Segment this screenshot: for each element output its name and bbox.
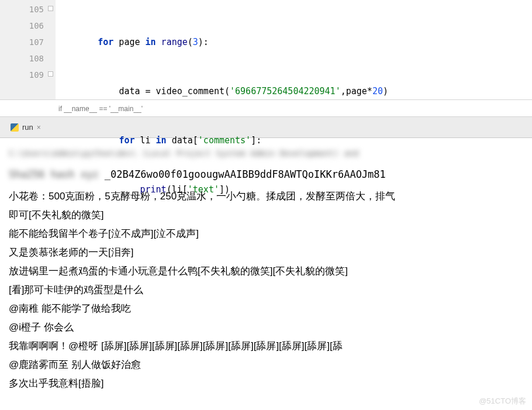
- line-number: 107: [0, 34, 44, 50]
- line-number-gutter: 105 106 107 108 109: [0, 0, 56, 99]
- console-line: @i橙子 你会么: [9, 318, 523, 337]
- console-line: @南稚 能不能学了做给我吃: [9, 299, 523, 318]
- console-line: [看]那可卡哇伊的鸡蛋型是什么: [9, 281, 523, 299]
- line-number: 106: [0, 18, 44, 34]
- console-line: @鹿踏雾而至 别人做饭好治愈: [9, 356, 523, 374]
- fold-marker-icon[interactable]: [48, 6, 53, 11]
- code-editor[interactable]: 105 106 107 108 109 for page in range(3)…: [0, 0, 532, 99]
- tab-label: run: [22, 123, 33, 132]
- python-icon: [11, 123, 19, 132]
- code-line[interactable]: data = video_comment('696677526450422094…: [56, 83, 532, 99]
- code-content[interactable]: for page in range(3): data = video_comme…: [56, 0, 532, 99]
- breadcrumb-text: if __name__ == '__main__': [58, 105, 143, 113]
- line-number: 108: [0, 50, 44, 67]
- console-line-blurred: C:\Users\Admin\python\dev\ (Local Projec…: [9, 144, 523, 163]
- tab-run[interactable]: run ×: [5, 120, 47, 134]
- console-line: 我靠啊啊啊！@橙呀 [舔屏][舔屏][舔屏][舔屏][舔屏][舔屏][舔屏][舔…: [9, 337, 523, 356]
- code-line[interactable]: for page in range(3):: [56, 34, 532, 50]
- watermark: @51CTO博客: [479, 396, 526, 406]
- close-icon[interactable]: ×: [37, 123, 41, 132]
- line-number: 109: [0, 67, 44, 83]
- fold-marker-icon[interactable]: [48, 71, 53, 77]
- console-line: 多次出乎我意料[捂脸]: [9, 374, 523, 393]
- line-number: 105: [0, 1, 44, 18]
